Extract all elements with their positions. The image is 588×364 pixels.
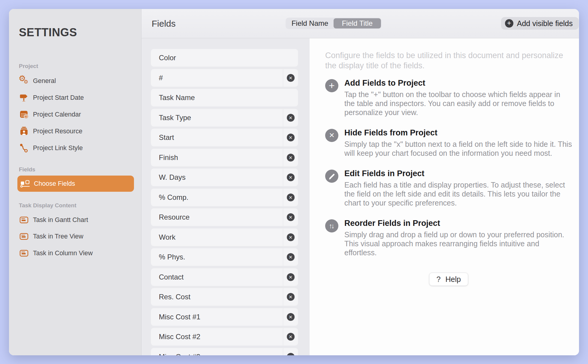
sidebar-section-task-display-content: Task Display Content [19,202,76,209]
remove-field-icon[interactable]: × [287,273,295,281]
remove-field-icon[interactable]: × [287,74,295,82]
sidebar-item-general[interactable]: ⚙ ⚙ General [18,73,138,89]
field-row-resource[interactable]: Resource × [151,208,298,226]
remove-field-icon[interactable]: × [287,173,295,181]
field-label: Misc Cost #3 [159,353,200,356]
guide-section-body: Simply drag and drop a field up or down … [344,230,572,257]
guide-panel: Configure the fields to be utilized in t… [310,38,579,355]
field-row-pct-comp[interactable]: % Comp. × [151,188,298,206]
sidebar-item-choose-fields[interactable]: Choose Fields [17,176,134,192]
field-label: Misc Cost #2 [159,333,200,341]
guide-section-reorder-fields: ↑↓ Reorder Fields in Project Simply drag… [325,219,572,257]
field-label: Contact [159,273,184,281]
sidebar: SETTINGS Project ⚙ ⚙ General Project Sta… [9,9,141,355]
guide-section-body: Each field has a title and display prope… [344,180,572,207]
field-row-number[interactable]: # × [151,69,298,87]
field-row-pct-phys[interactable]: % Phys. × [151,248,298,266]
guide-section-title: Add Fields to Project [344,78,572,88]
sidebar-item-task-in-column-view[interactable]: Task in Column View [18,245,138,262]
sidebar-item-label: Project Link Style [33,144,83,152]
remove-field-icon[interactable]: × [287,253,295,261]
sidebar-item-project-start-date[interactable]: Project Start Date [18,89,138,106]
sidebar-item-label: Project Resource [33,128,82,135]
guide-section-edit-fields: Edit Fields in Project Each field has a … [325,169,572,207]
field-label: Task Name [159,93,195,102]
plus-circle-icon: + [325,79,338,92]
remove-field-icon[interactable]: × [287,233,295,241]
sidebar-item-task-in-tree-view[interactable]: Task in Tree View [18,228,138,245]
remove-field-icon[interactable]: × [287,293,295,301]
field-row-task-name[interactable]: Task Name [151,89,298,107]
guide-section-hide-fields: × Hide Fields from Project Simply tap th… [325,128,572,158]
field-label: Misc Cost #1 [159,313,200,321]
field-row-actions: × [283,308,298,326]
field-label: Finish [159,153,178,162]
remove-field-icon[interactable]: × [287,213,295,221]
field-row-actions: × [283,169,298,186]
choose-fields-icon [20,178,31,189]
guide-section-title: Hide Fields from Project [344,128,572,138]
field-row-actions: × [283,229,298,246]
field-row-work[interactable]: Work × [151,228,298,246]
field-label: Resource [159,213,190,221]
field-row-finish[interactable]: Finish × [151,149,298,167]
field-row-actions: × [283,209,298,226]
remove-field-icon[interactable]: × [287,114,295,122]
reorder-circle-icon: ↑↓ [325,219,338,232]
guide-section-body: Tap the "+" button on the toolbar to cho… [344,90,572,117]
field-row-color[interactable]: Color [151,49,298,67]
header-bar: Fields Field Name Field Title + Add visi… [141,9,579,38]
field-row-task-type[interactable]: Task Type × [151,109,298,127]
field-label: % Phys. [159,253,185,261]
remove-field-icon[interactable]: × [287,194,295,201]
remove-field-icon[interactable]: × [287,134,295,141]
remove-field-icon[interactable]: × [287,313,295,321]
calendar-clock-icon [19,109,29,120]
app-background: { "sidebar": { "title": "SETTINGS", "sec… [0,0,588,364]
guide-section-body: Simply tap the "x" button next to a fiel… [344,140,572,158]
guide-intro: Configure the fields to be utilized in t… [325,50,572,71]
field-row-start[interactable]: Start × [151,129,298,146]
field-list: Color # × Task Name Task Type × [141,38,310,355]
field-row-actions: × [283,268,298,286]
guide-section-add-fields: + Add Fields to Project Tap the "+" butt… [325,78,572,117]
remove-field-icon[interactable]: × [287,333,295,341]
content-area: Color # × Task Name Task Type × [141,38,579,355]
field-row-actions: × [283,69,298,87]
field-label: # [159,74,163,82]
field-row-res-cost[interactable]: Res. Cost × [151,288,298,306]
pencil-circle-icon [325,170,338,183]
segment-field-name[interactable]: Field Name [286,18,334,28]
field-row-actions: × [283,189,298,206]
sidebar-section-fields: Fields [19,166,35,173]
x-circle-icon: × [325,129,338,142]
field-row-misc-cost-2[interactable]: Misc Cost #2 × [151,328,298,346]
sidebar-item-project-calendar[interactable]: Project Calendar [18,106,138,123]
sidebar-item-label: Project Start Date [33,94,84,102]
guide-section-title: Reorder Fields in Project [344,219,572,228]
task-card-icon [19,215,29,225]
task-card-icon [19,248,29,259]
sidebar-item-project-link-style[interactable]: Project Link Style [18,140,138,156]
help-button-container: ? Help [325,273,572,286]
field-row-w-days[interactable]: W. Days × [151,168,298,186]
add-visible-fields-button[interactable]: + Add visible fields [501,17,579,30]
field-row-misc-cost-1[interactable]: Misc Cost #1 × [151,308,298,326]
field-row-contact[interactable]: Contact × [151,268,298,286]
plus-icon: + [505,19,513,28]
field-row-actions: × [283,348,298,356]
field-row-actions: × [283,288,298,306]
field-row-misc-cost-3[interactable]: Misc Cost #3 × [151,348,298,356]
sidebar-item-label: Task in Tree View [33,233,83,240]
field-row-actions: × [283,129,298,146]
sidebar-section-project: Project [19,62,38,70]
sidebar-item-project-resource[interactable]: Project Resource [18,123,138,140]
remove-field-icon[interactable]: × [287,154,295,161]
segment-field-title[interactable]: Field Title [334,18,381,28]
field-label: Res. Cost [159,293,190,301]
remove-field-icon[interactable]: × [287,353,295,356]
sidebar-item-task-in-gantt-chart[interactable]: Task in Gantt Chart [18,212,138,228]
field-label: % Comp. [159,193,189,202]
field-label: Task Type [159,114,191,122]
help-button[interactable]: ? Help [429,273,468,286]
